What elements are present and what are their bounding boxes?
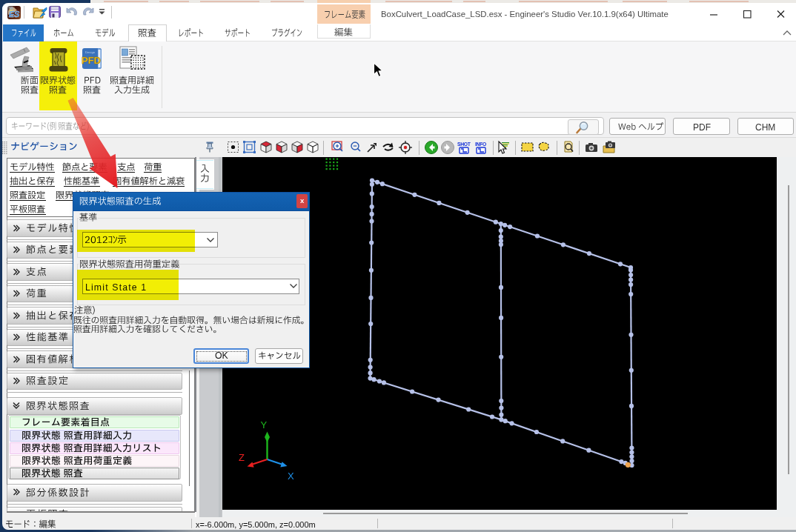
svg-text:X: X	[288, 471, 294, 482]
svg-text:PFD: PFD	[82, 55, 101, 66]
svg-text:Design: Design	[85, 50, 96, 54]
svg-text:ES: ES	[9, 10, 20, 19]
svg-text:SHOT: SHOT	[457, 142, 471, 147]
svg-text:Y: Y	[261, 419, 268, 430]
svg-text:INFO: INFO	[475, 142, 486, 147]
svg-text:Z: Z	[239, 452, 245, 463]
